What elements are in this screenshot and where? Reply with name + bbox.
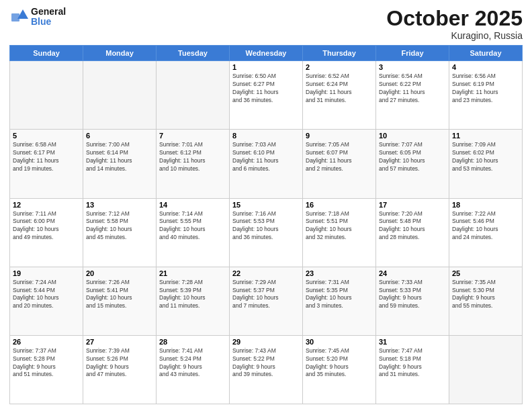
day-info: Sunrise: 7:33 AM Sunset: 5:33 PM Dayligh… xyxy=(379,279,446,311)
calendar-week-row: 5Sunrise: 6:58 AM Sunset: 6:17 PM Daylig… xyxy=(10,130,523,198)
logo-text-line2: Blue xyxy=(31,17,66,27)
day-info: Sunrise: 7:01 AM Sunset: 6:12 PM Dayligh… xyxy=(159,141,226,173)
day-number: 24 xyxy=(379,269,446,277)
day-info: Sunrise: 6:54 AM Sunset: 6:22 PM Dayligh… xyxy=(379,73,446,105)
calendar-week-row: 12Sunrise: 7:11 AM Sunset: 6:00 PM Dayli… xyxy=(10,198,523,267)
day-of-week-header: Saturday xyxy=(449,46,523,61)
day-number: 6 xyxy=(86,132,153,140)
calendar-table: SundayMondayTuesdayWednesdayThursdayFrid… xyxy=(9,45,523,404)
day-info: Sunrise: 7:18 AM Sunset: 5:51 PM Dayligh… xyxy=(306,210,373,242)
day-number: 20 xyxy=(86,269,153,277)
day-info: Sunrise: 7:24 AM Sunset: 5:44 PM Dayligh… xyxy=(13,279,80,311)
calendar-cell: 30Sunrise: 7:45 AM Sunset: 5:20 PM Dayli… xyxy=(303,335,376,404)
calendar-subtitle: Kuragino, Russia xyxy=(386,30,523,41)
calendar-cell: 20Sunrise: 7:26 AM Sunset: 5:41 PM Dayli… xyxy=(83,267,157,335)
day-number: 13 xyxy=(86,201,153,209)
calendar-week-row: 26Sunrise: 7:37 AM Sunset: 5:28 PM Dayli… xyxy=(10,335,523,404)
day-of-week-header: Tuesday xyxy=(157,46,230,61)
day-number: 8 xyxy=(232,132,300,140)
calendar-cell: 11Sunrise: 7:09 AM Sunset: 6:02 PM Dayli… xyxy=(449,130,523,198)
calendar-cell: 26Sunrise: 7:37 AM Sunset: 5:28 PM Dayli… xyxy=(10,335,83,404)
calendar-cell: 28Sunrise: 7:41 AM Sunset: 5:24 PM Dayli… xyxy=(157,335,230,404)
title-block: October 2025 Kuragino, Russia xyxy=(386,7,523,41)
day-info: Sunrise: 6:50 AM Sunset: 6:27 PM Dayligh… xyxy=(232,73,300,105)
logo-icon xyxy=(9,7,30,27)
calendar-cell: 10Sunrise: 7:07 AM Sunset: 6:05 PM Dayli… xyxy=(376,130,449,198)
day-info: Sunrise: 6:56 AM Sunset: 6:19 PM Dayligh… xyxy=(452,73,519,105)
day-number: 15 xyxy=(232,201,300,209)
day-info: Sunrise: 7:45 AM Sunset: 5:20 PM Dayligh… xyxy=(306,347,373,379)
day-info: Sunrise: 7:11 AM Sunset: 6:00 PM Dayligh… xyxy=(13,210,80,242)
calendar-cell: 1Sunrise: 6:50 AM Sunset: 6:27 PM Daylig… xyxy=(230,61,303,130)
day-number: 28 xyxy=(159,338,226,346)
calendar-cell xyxy=(83,61,157,130)
day-info: Sunrise: 7:22 AM Sunset: 5:46 PM Dayligh… xyxy=(452,210,519,242)
calendar-cell: 21Sunrise: 7:28 AM Sunset: 5:39 PM Dayli… xyxy=(157,267,230,335)
calendar-cell: 27Sunrise: 7:39 AM Sunset: 5:26 PM Dayli… xyxy=(83,335,157,404)
calendar-cell: 7Sunrise: 7:01 AM Sunset: 6:12 PM Daylig… xyxy=(157,130,230,198)
calendar-header-row: SundayMondayTuesdayWednesdayThursdayFrid… xyxy=(10,46,523,61)
day-number: 18 xyxy=(452,201,519,209)
calendar-cell: 13Sunrise: 7:12 AM Sunset: 5:58 PM Dayli… xyxy=(83,198,157,267)
calendar-cell: 16Sunrise: 7:18 AM Sunset: 5:51 PM Dayli… xyxy=(303,198,376,267)
day-number: 16 xyxy=(306,201,373,209)
day-info: Sunrise: 7:00 AM Sunset: 6:14 PM Dayligh… xyxy=(86,141,153,173)
day-info: Sunrise: 7:05 AM Sunset: 6:07 PM Dayligh… xyxy=(306,141,373,173)
day-number: 29 xyxy=(232,338,300,346)
calendar-cell: 8Sunrise: 7:03 AM Sunset: 6:10 PM Daylig… xyxy=(230,130,303,198)
day-info: Sunrise: 7:37 AM Sunset: 5:28 PM Dayligh… xyxy=(13,347,80,379)
day-info: Sunrise: 7:26 AM Sunset: 5:41 PM Dayligh… xyxy=(86,279,153,311)
day-of-week-header: Friday xyxy=(376,46,449,61)
calendar-cell: 15Sunrise: 7:16 AM Sunset: 5:53 PM Dayli… xyxy=(230,198,303,267)
day-number: 25 xyxy=(452,269,519,277)
day-number: 9 xyxy=(306,132,373,140)
day-number: 7 xyxy=(159,132,226,140)
day-number: 17 xyxy=(379,201,446,209)
calendar-cell: 17Sunrise: 7:20 AM Sunset: 5:48 PM Dayli… xyxy=(376,198,449,267)
logo-text-line1: General xyxy=(31,7,66,17)
day-info: Sunrise: 7:35 AM Sunset: 5:30 PM Dayligh… xyxy=(452,279,519,311)
day-info: Sunrise: 7:39 AM Sunset: 5:26 PM Dayligh… xyxy=(86,347,153,379)
day-of-week-header: Sunday xyxy=(10,46,83,61)
calendar-cell: 14Sunrise: 7:14 AM Sunset: 5:55 PM Dayli… xyxy=(157,198,230,267)
day-number: 27 xyxy=(86,338,153,346)
calendar-cell: 24Sunrise: 7:33 AM Sunset: 5:33 PM Dayli… xyxy=(376,267,449,335)
calendar-cell: 9Sunrise: 7:05 AM Sunset: 6:07 PM Daylig… xyxy=(303,130,376,198)
calendar-cell: 12Sunrise: 7:11 AM Sunset: 6:00 PM Dayli… xyxy=(10,198,83,267)
day-info: Sunrise: 7:16 AM Sunset: 5:53 PM Dayligh… xyxy=(232,210,300,242)
day-info: Sunrise: 7:43 AM Sunset: 5:22 PM Dayligh… xyxy=(232,347,300,379)
day-number: 2 xyxy=(306,63,373,71)
day-number: 19 xyxy=(13,269,80,277)
calendar-cell: 25Sunrise: 7:35 AM Sunset: 5:30 PM Dayli… xyxy=(449,267,523,335)
day-number: 10 xyxy=(379,132,446,140)
day-info: Sunrise: 7:14 AM Sunset: 5:55 PM Dayligh… xyxy=(159,210,226,242)
day-number: 21 xyxy=(159,269,226,277)
calendar-cell: 4Sunrise: 6:56 AM Sunset: 6:19 PM Daylig… xyxy=(449,61,523,130)
calendar-cell xyxy=(449,335,523,404)
day-number: 4 xyxy=(452,63,519,71)
day-info: Sunrise: 7:47 AM Sunset: 5:18 PM Dayligh… xyxy=(379,347,446,379)
day-number: 14 xyxy=(159,201,226,209)
day-info: Sunrise: 7:41 AM Sunset: 5:24 PM Dayligh… xyxy=(159,347,226,379)
day-number: 31 xyxy=(379,338,446,346)
day-info: Sunrise: 7:07 AM Sunset: 6:05 PM Dayligh… xyxy=(379,141,446,173)
day-number: 3 xyxy=(379,63,446,71)
calendar-week-row: 19Sunrise: 7:24 AM Sunset: 5:44 PM Dayli… xyxy=(10,267,523,335)
calendar-cell: 19Sunrise: 7:24 AM Sunset: 5:44 PM Dayli… xyxy=(10,267,83,335)
day-of-week-header: Monday xyxy=(83,46,157,61)
day-number: 11 xyxy=(452,132,519,140)
day-info: Sunrise: 7:31 AM Sunset: 5:35 PM Dayligh… xyxy=(306,279,373,311)
day-number: 5 xyxy=(13,132,80,140)
day-info: Sunrise: 7:09 AM Sunset: 6:02 PM Dayligh… xyxy=(452,141,519,173)
calendar-cell: 5Sunrise: 6:58 AM Sunset: 6:17 PM Daylig… xyxy=(10,130,83,198)
calendar-title: October 2025 xyxy=(386,7,523,30)
calendar-cell xyxy=(157,61,230,130)
day-info: Sunrise: 7:03 AM Sunset: 6:10 PM Dayligh… xyxy=(232,141,300,173)
day-info: Sunrise: 7:29 AM Sunset: 5:37 PM Dayligh… xyxy=(232,279,300,311)
calendar-cell xyxy=(10,61,83,130)
page: General Blue October 2025 Kuragino, Russ… xyxy=(0,0,532,411)
calendar-week-row: 1Sunrise: 6:50 AM Sunset: 6:27 PM Daylig… xyxy=(10,61,523,130)
header: General Blue October 2025 Kuragino, Russ… xyxy=(9,7,523,41)
day-number: 22 xyxy=(232,269,300,277)
calendar-cell: 23Sunrise: 7:31 AM Sunset: 5:35 PM Dayli… xyxy=(303,267,376,335)
